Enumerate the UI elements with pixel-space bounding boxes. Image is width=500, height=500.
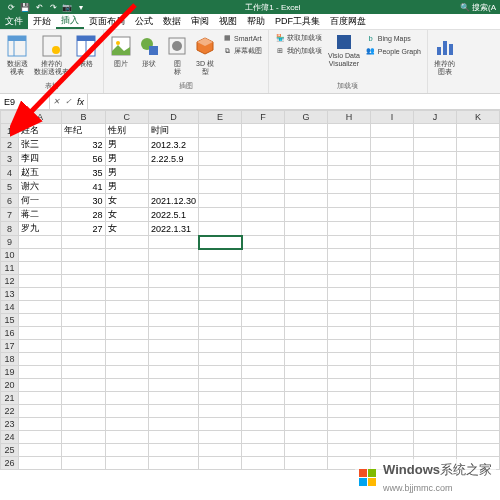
worksheet[interactable]: A B C D E F G H I J K 1 姓名 年纪 性别 时间 2 张三… — [0, 110, 500, 470]
cell[interactable] — [148, 392, 198, 405]
cell[interactable] — [105, 288, 148, 301]
cell[interactable] — [371, 418, 414, 431]
col-header-e[interactable]: E — [199, 111, 242, 124]
cell[interactable] — [371, 379, 414, 392]
cell[interactable] — [456, 288, 499, 301]
camera-icon[interactable]: 📷 — [62, 2, 72, 12]
cell[interactable] — [371, 366, 414, 379]
cell[interactable] — [199, 392, 242, 405]
cell[interactable] — [105, 405, 148, 418]
cell[interactable] — [62, 470, 105, 471]
cell[interactable] — [148, 379, 198, 392]
row-header[interactable]: 13 — [1, 288, 19, 301]
cell[interactable] — [62, 262, 105, 275]
cell[interactable] — [18, 379, 61, 392]
cell[interactable] — [148, 431, 198, 444]
search-box[interactable]: 🔍 搜索(A — [460, 2, 500, 13]
cell[interactable]: 男 — [105, 180, 148, 194]
cell[interactable] — [285, 366, 328, 379]
cell[interactable] — [105, 275, 148, 288]
cell[interactable] — [413, 418, 456, 431]
cell[interactable] — [242, 314, 285, 327]
cell[interactable] — [242, 366, 285, 379]
cell[interactable] — [148, 288, 198, 301]
get-addins-button[interactable]: 🏪获取加载项 — [273, 32, 324, 44]
cell[interactable] — [456, 314, 499, 327]
cell[interactable]: 2012.3.2 — [148, 138, 198, 152]
cell[interactable] — [328, 366, 371, 379]
cell[interactable]: 27 — [62, 222, 105, 236]
cell[interactable] — [199, 470, 242, 471]
cell[interactable] — [285, 353, 328, 366]
cell[interactable] — [285, 262, 328, 275]
cell[interactable] — [413, 288, 456, 301]
col-header-k[interactable]: K — [456, 111, 499, 124]
cell[interactable] — [105, 457, 148, 470]
tab-layout[interactable]: 页面布局 — [84, 14, 130, 29]
cell[interactable] — [371, 405, 414, 418]
cell[interactable] — [105, 249, 148, 262]
col-header-f[interactable]: F — [242, 111, 285, 124]
cell[interactable] — [199, 262, 242, 275]
cell[interactable] — [242, 288, 285, 301]
redo-icon[interactable]: ↷ — [48, 2, 58, 12]
row-header[interactable]: 12 — [1, 275, 19, 288]
cell[interactable] — [328, 327, 371, 340]
tab-review[interactable]: 审阅 — [186, 14, 214, 29]
cell[interactable] — [148, 457, 198, 470]
tab-formulas[interactable]: 公式 — [130, 14, 158, 29]
save-icon[interactable]: 💾 — [20, 2, 30, 12]
cell[interactable] — [328, 392, 371, 405]
cell[interactable] — [105, 262, 148, 275]
cell[interactable] — [328, 418, 371, 431]
pivot-table-button[interactable]: 数据透视表 — [4, 32, 30, 77]
col-header-c[interactable]: C — [105, 111, 148, 124]
cell[interactable] — [62, 392, 105, 405]
dropdown-icon[interactable]: ▾ — [76, 2, 86, 12]
cell[interactable] — [242, 431, 285, 444]
cell[interactable] — [285, 314, 328, 327]
cell[interactable] — [285, 275, 328, 288]
cell[interactable] — [105, 340, 148, 353]
cell[interactable] — [62, 431, 105, 444]
tab-file[interactable]: 文件 — [0, 14, 28, 29]
cancel-icon[interactable]: ✕ — [50, 94, 62, 109]
cell[interactable] — [285, 288, 328, 301]
table-button[interactable]: 表格 — [73, 32, 99, 69]
row-header[interactable]: 19 — [1, 366, 19, 379]
cell[interactable] — [285, 249, 328, 262]
tab-pdf[interactable]: PDF工具集 — [270, 14, 325, 29]
cell[interactable] — [328, 288, 371, 301]
col-header-g[interactable]: G — [285, 111, 328, 124]
cell[interactable] — [148, 180, 198, 194]
cell[interactable] — [62, 366, 105, 379]
tab-view[interactable]: 视图 — [214, 14, 242, 29]
cell[interactable] — [413, 275, 456, 288]
cell[interactable] — [242, 301, 285, 314]
cell[interactable] — [199, 301, 242, 314]
row-header[interactable]: 8 — [1, 222, 19, 236]
cell[interactable] — [371, 249, 414, 262]
cell[interactable] — [456, 353, 499, 366]
cell[interactable]: 2022.1.31 — [148, 222, 198, 236]
cell[interactable] — [148, 366, 198, 379]
cell[interactable] — [371, 444, 414, 457]
icons-button[interactable]: 图标 — [164, 32, 190, 77]
row-header[interactable]: 14 — [1, 301, 19, 314]
cell[interactable] — [18, 249, 61, 262]
cell[interactable] — [148, 327, 198, 340]
cell[interactable] — [456, 275, 499, 288]
col-header-a[interactable]: A — [18, 111, 61, 124]
cell[interactable] — [62, 418, 105, 431]
fx-button[interactable]: fx — [74, 94, 88, 109]
cell[interactable] — [199, 366, 242, 379]
cell[interactable]: 女 — [105, 222, 148, 236]
autosave-icon[interactable]: ⟳ — [6, 2, 16, 12]
cell[interactable]: 赵五 — [18, 166, 61, 180]
cell[interactable] — [18, 470, 61, 471]
cell[interactable] — [62, 301, 105, 314]
cell[interactable] — [62, 353, 105, 366]
cell[interactable]: 28 — [62, 208, 105, 222]
cell[interactable] — [328, 262, 371, 275]
col-header-i[interactable]: I — [371, 111, 414, 124]
